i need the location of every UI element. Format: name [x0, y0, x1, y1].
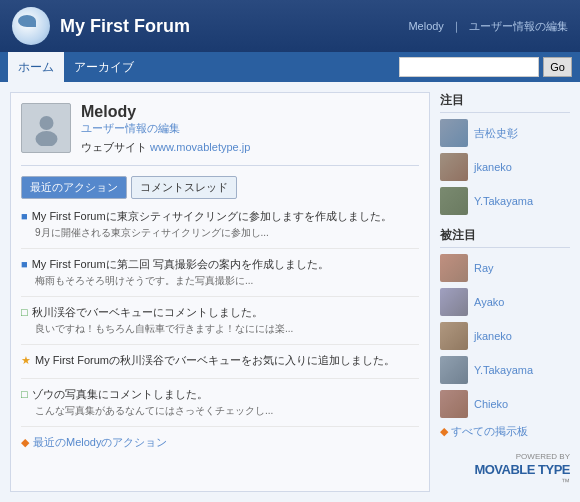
following-user-item: 吉松史彰	[440, 119, 570, 147]
profile-avatar	[21, 103, 71, 153]
nav-search: Go	[399, 57, 572, 77]
activity-item: □ 秋川渓谷でバーベキューにコメントしました。 良いですね！もちろん自転車で行き…	[21, 305, 419, 345]
follower-user-item: Ray	[440, 254, 570, 282]
activity-item-title: □ 秋川渓谷でバーベキューにコメントしました。	[21, 305, 419, 320]
search-input[interactable]	[399, 57, 539, 77]
user-avatar	[440, 254, 468, 282]
star-icon: ★	[21, 354, 31, 367]
activity-item: ■ My First Forumに東京シティサイクリングに参加しますを作成しまし…	[21, 209, 419, 249]
user-name[interactable]: Ray	[474, 262, 494, 274]
profile-section: Melody ユーザー情報の編集 ウェブサイト www.movabletype.…	[21, 103, 419, 166]
nav-tab-archive[interactable]: アーカイブ	[64, 52, 144, 82]
followers-section: 被注目 Ray Ayako jkaneko Y.Takayama Chieko	[440, 227, 570, 439]
search-button[interactable]: Go	[543, 57, 572, 77]
user-name[interactable]: jkaneko	[474, 161, 512, 173]
header: My First Forum Melody ｜ ユーザー情報の編集	[0, 0, 580, 52]
activity-item-title: ■ My First Forumに東京シティサイクリングに参加しますを作成しまし…	[21, 209, 419, 224]
activity-item: □ ゾウの写真集にコメントしました。 こんな写真集があるなんてにはさっそくチェッ…	[21, 387, 419, 427]
activity-item-desc: こんな写真集があるなんてにはさっそくチェックし...	[21, 404, 419, 418]
rss-icon: ◆	[21, 436, 29, 449]
header-separator: ｜	[451, 20, 462, 32]
following-user-item: Y.Takayama	[440, 187, 570, 215]
powered-by: POWERED BY MOVABLE TYPE ™	[440, 451, 570, 487]
comment-icon: □	[21, 306, 28, 318]
comment-icon: □	[21, 388, 28, 400]
site-title: My First Forum	[60, 16, 190, 37]
user-avatar	[440, 356, 468, 384]
content-wrapper: Melody ユーザー情報の編集 ウェブサイト www.movabletype.…	[0, 82, 580, 502]
page-icon: ■	[21, 258, 28, 270]
user-avatar	[440, 119, 468, 147]
nav-tab-home[interactable]: ホーム	[8, 52, 64, 82]
tab-recent-actions[interactable]: 最近のアクション	[21, 176, 127, 199]
header-user-link[interactable]: Melody	[408, 20, 443, 32]
user-name[interactable]: Y.Takayama	[474, 364, 533, 376]
main-content: Melody ユーザー情報の編集 ウェブサイト www.movabletype.…	[10, 92, 430, 492]
follower-user-item: jkaneko	[440, 322, 570, 350]
follower-user-item: Ayako	[440, 288, 570, 316]
profile-website: ウェブサイト www.movabletype.jp	[81, 140, 419, 155]
user-avatar	[440, 322, 468, 350]
following-user-item: jkaneko	[440, 153, 570, 181]
all-boards-link[interactable]: ◆ すべての掲示板	[440, 424, 570, 439]
activity-item-desc: 9月に開催される東京シティサイクリングに参加し...	[21, 226, 419, 240]
user-name[interactable]: Ayako	[474, 296, 504, 308]
activity-item: ★ My First Forumの秋川渓谷でバーベキューをお気に入りに追加しまし…	[21, 353, 419, 379]
svg-point-1	[35, 131, 57, 146]
site-logo	[12, 7, 50, 45]
activity-item-title: ★ My First Forumの秋川渓谷でバーベキューをお気に入りに追加しまし…	[21, 353, 419, 368]
navbar: ホーム アーカイブ Go	[0, 52, 580, 82]
followers-title: 被注目	[440, 227, 570, 248]
tab-comment-threads[interactable]: コメントスレッド	[131, 176, 237, 199]
profile-info: Melody ユーザー情報の編集 ウェブサイト www.movabletype.…	[81, 103, 419, 155]
user-name[interactable]: Y.Takayama	[474, 195, 533, 207]
activity-item: ■ My First Forumに第二回 写真撮影会の案内を作成しました。 梅雨…	[21, 257, 419, 297]
activity-tabs: 最近のアクション コメントスレッド	[21, 176, 419, 199]
user-avatar	[440, 153, 468, 181]
user-avatar	[440, 187, 468, 215]
activity-item-desc: 良いですね！もちろん自転車で行きますよ！なにには楽...	[21, 322, 419, 336]
header-edit-link[interactable]: ユーザー情報の編集	[469, 20, 568, 32]
profile-website-link[interactable]: www.movabletype.jp	[150, 141, 250, 153]
user-name[interactable]: Chieko	[474, 398, 508, 410]
header-user-links: Melody ｜ ユーザー情報の編集	[408, 19, 568, 34]
following-title: 注目	[440, 92, 570, 113]
activity-item-desc: 梅雨もそろそろ明けそうです。また写真撮影に...	[21, 274, 419, 288]
user-name[interactable]: jkaneko	[474, 330, 512, 342]
following-section: 注目 吉松史彰 jkaneko Y.Takayama	[440, 92, 570, 215]
user-avatar	[440, 390, 468, 418]
user-avatar	[440, 288, 468, 316]
activity-item-title: ■ My First Forumに第二回 写真撮影会の案内を作成しました。	[21, 257, 419, 272]
follower-user-item: Y.Takayama	[440, 356, 570, 384]
activity-more-link[interactable]: ◆ 最近のMelodyのアクション	[21, 435, 419, 450]
activity-feed: ■ My First Forumに東京シティサイクリングに参加しますを作成しまし…	[21, 209, 419, 450]
svg-point-0	[39, 116, 53, 130]
user-name[interactable]: 吉松史彰	[474, 126, 518, 141]
profile-name: Melody	[81, 103, 419, 121]
page-icon: ■	[21, 210, 28, 222]
activity-item-title: □ ゾウの写真集にコメントしました。	[21, 387, 419, 402]
rss-icon: ◆	[440, 425, 448, 438]
profile-edit-link[interactable]: ユーザー情報の編集	[81, 121, 419, 136]
sidebar: 注目 吉松史彰 jkaneko Y.Takayama 被注目 Ray	[440, 92, 570, 492]
follower-user-item: Chieko	[440, 390, 570, 418]
